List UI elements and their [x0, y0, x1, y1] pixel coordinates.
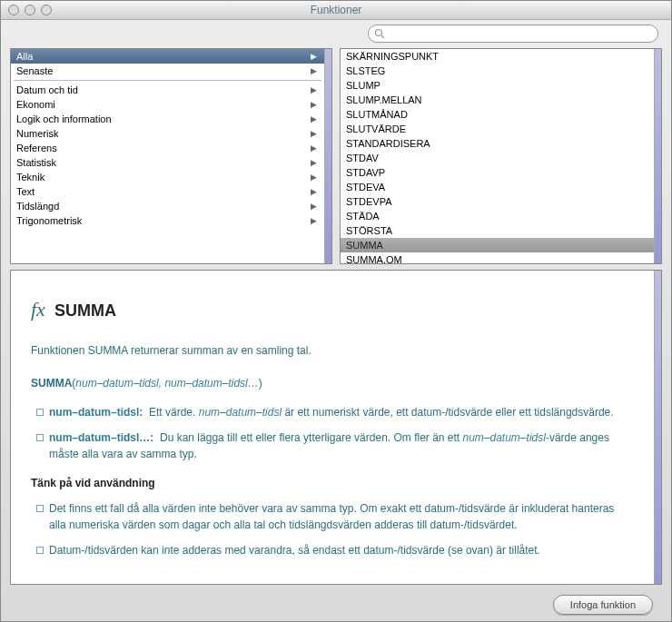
- function-label: SLUTMÅNAD: [346, 109, 408, 120]
- function-item[interactable]: SUMMA: [341, 238, 654, 252]
- function-item[interactable]: SUMMA.OM: [341, 252, 654, 263]
- parameter-item: num–datum–tidsl…: Du kan lägga till ett …: [36, 429, 634, 462]
- note-item: Datum-/tidsvärden kan inte adderas med v…: [36, 542, 634, 558]
- function-item[interactable]: STÖRSTA: [341, 223, 654, 238]
- chevron-right-icon: ▶: [311, 114, 317, 123]
- category-item[interactable]: Text▶: [11, 184, 324, 199]
- category-label: Referens: [16, 143, 57, 153]
- function-item[interactable]: SKÄRNINGSPUNKT: [341, 49, 654, 64]
- search-icon: [374, 28, 385, 39]
- function-label: SLSTEG: [346, 65, 385, 76]
- insert-function-button[interactable]: Infoga funktion: [553, 595, 653, 615]
- function-label: STDAV: [346, 153, 379, 163]
- function-item[interactable]: STDEVA: [341, 180, 654, 194]
- category-item[interactable]: Tidslängd▶: [11, 199, 324, 213]
- category-item[interactable]: Trigonometrisk▶: [11, 213, 324, 228]
- fx-icon: fx: [31, 294, 45, 324]
- function-label: SLUMP.MELLAN: [346, 94, 422, 105]
- search-field[interactable]: [368, 25, 658, 43]
- function-syntax: SUMMA(num–datum–tidsl, num–datum–tidsl…): [31, 375, 634, 391]
- function-list[interactable]: SKÄRNINGSPUNKTSLSTEGSLUMPSLUMP.MELLANSLU…: [341, 49, 654, 263]
- parameter-name: num–datum–tidsl:: [49, 406, 143, 419]
- function-item[interactable]: STÄDA: [341, 209, 654, 223]
- category-label: Datum och tid: [16, 84, 78, 95]
- notes-header: Tänk på vid användning: [31, 475, 634, 491]
- parameter-item: num–datum–tidsl: Ett värde. num–datum–ti…: [36, 404, 634, 420]
- category-label: Statistisk: [16, 157, 56, 168]
- function-summary: Funktionen SUMMA returnerar summan av en…: [31, 342, 634, 359]
- chevron-right-icon: ▶: [311, 187, 317, 196]
- category-label: Logik och information: [16, 114, 112, 124]
- function-item[interactable]: SLUTMÅNAD: [341, 107, 654, 122]
- svg-line-1: [381, 35, 384, 38]
- category-item[interactable]: Alla▶: [11, 49, 324, 64]
- syntax-args: num–datum–tidsl, num–datum–tidsl…: [75, 377, 258, 390]
- function-item[interactable]: STDEVPA: [341, 194, 654, 209]
- titlebar: Funktioner: [1, 1, 671, 20]
- function-label: SLUTVÄRDE: [346, 123, 406, 134]
- category-label: Alla: [16, 51, 33, 62]
- function-label: STÖRSTA: [346, 225, 392, 236]
- function-name: SUMMA: [54, 299, 116, 323]
- chevron-right-icon: ▶: [311, 158, 317, 167]
- description-content: fx SUMMA Funktionen SUMMA returnerar sum…: [11, 271, 654, 584]
- functions-window: Funktioner Alla▶Senaste▶Datum och tid▶Ek…: [0, 0, 672, 622]
- description-panel: fx SUMMA Funktionen SUMMA returnerar sum…: [10, 270, 662, 585]
- category-item[interactable]: Senaste▶: [11, 64, 324, 78]
- svg-point-0: [376, 30, 382, 36]
- syntax-name: SUMMA: [31, 377, 72, 390]
- note-item: Det finns ett fall då alla värden inte b…: [36, 500, 634, 533]
- notes-list: Det finns ett fall då alla värden inte b…: [36, 500, 634, 558]
- function-label: STÄDA: [346, 211, 380, 222]
- chevron-right-icon: ▶: [311, 100, 317, 109]
- category-item[interactable]: Numerisk▶: [11, 126, 324, 141]
- chevron-right-icon: ▶: [311, 52, 317, 61]
- category-item[interactable]: Statistisk▶: [11, 155, 324, 170]
- function-label: STDEVPA: [346, 196, 392, 207]
- function-title: fx SUMMA: [31, 294, 634, 324]
- parameter-name: num–datum–tidsl…:: [49, 431, 153, 444]
- search-input[interactable]: [385, 28, 652, 39]
- function-label: SUMMA.OM: [346, 254, 402, 263]
- lists-row: Alla▶Senaste▶Datum och tid▶Ekonomi▶Logik…: [1, 48, 671, 264]
- search-row: [1, 20, 671, 48]
- function-item[interactable]: SLUMP: [341, 78, 654, 93]
- divider: [14, 80, 321, 81]
- function-label: SUMMA: [346, 240, 383, 251]
- chevron-right-icon: ▶: [311, 173, 317, 182]
- function-item[interactable]: SLUTVÄRDE: [341, 122, 654, 136]
- category-label: Numerisk: [16, 128, 58, 139]
- chevron-right-icon: ▶: [311, 143, 317, 153]
- category-panel: Alla▶Senaste▶Datum och tid▶Ekonomi▶Logik…: [10, 48, 332, 264]
- function-item[interactable]: SLSTEG: [341, 64, 654, 78]
- category-label: Tidslängd: [16, 201, 59, 212]
- function-item[interactable]: SLUMP.MELLAN: [341, 93, 654, 107]
- function-item[interactable]: STDAV: [341, 151, 654, 165]
- category-label: Text: [16, 186, 35, 197]
- parameter-ital: num–datum–tidsl: [199, 406, 282, 419]
- description-wrap: fx SUMMA Funktionen SUMMA returnerar sum…: [1, 264, 671, 588]
- category-label: Ekonomi: [16, 99, 55, 110]
- parameter-list: num–datum–tidsl: Ett värde. num–datum–ti…: [36, 404, 634, 462]
- scrollbar[interactable]: [654, 271, 661, 584]
- chevron-right-icon: ▶: [311, 66, 317, 75]
- scrollbar[interactable]: [654, 49, 661, 263]
- category-item[interactable]: Datum och tid▶: [11, 83, 324, 97]
- chevron-right-icon: ▶: [311, 85, 317, 94]
- function-label: STDAVP: [346, 167, 385, 178]
- function-label: STDEVA: [346, 182, 385, 193]
- scrollbar[interactable]: [324, 49, 331, 263]
- function-item[interactable]: STDAVP: [341, 165, 654, 180]
- function-item[interactable]: STANDARDISERA: [341, 136, 654, 151]
- category-item[interactable]: Ekonomi▶: [11, 97, 324, 112]
- function-panel: SKÄRNINGSPUNKTSLSTEGSLUMPSLUMP.MELLANSLU…: [340, 48, 662, 264]
- window-title: Funktioner: [1, 4, 671, 16]
- category-list[interactable]: Alla▶Senaste▶Datum och tid▶Ekonomi▶Logik…: [11, 49, 324, 263]
- category-item[interactable]: Logik och information▶: [11, 112, 324, 126]
- category-item[interactable]: Referens▶: [11, 141, 324, 155]
- button-row: Infoga funktion: [1, 588, 671, 621]
- category-item[interactable]: Teknik▶: [11, 170, 324, 184]
- parameter-ital: num–datum–tidsl: [463, 431, 546, 444]
- category-label: Senaste: [16, 65, 53, 76]
- function-label: SKÄRNINGSPUNKT: [346, 51, 439, 62]
